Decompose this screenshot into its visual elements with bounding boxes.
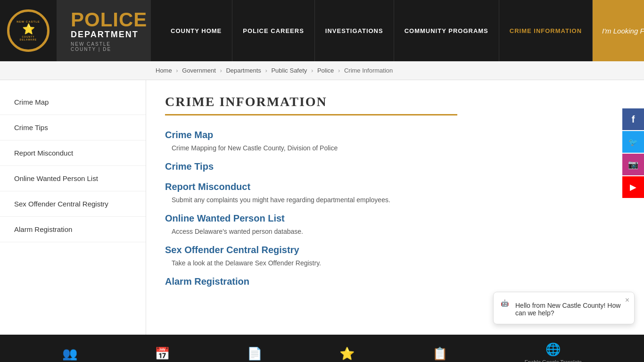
breadcrumb-public-safety[interactable]: Public Safety bbox=[271, 67, 307, 74]
title-underline bbox=[165, 114, 457, 115]
sidebar-item-crime-map[interactable]: Crime Map bbox=[0, 90, 146, 115]
chat-close-button[interactable]: × bbox=[625, 296, 629, 304]
section-link-sex-offender[interactable]: Sex Offender Central Registry bbox=[165, 245, 457, 255]
breadcrumb-sep-2: › bbox=[220, 67, 222, 74]
section-link-report-misconduct[interactable]: Report Misconduct bbox=[165, 181, 457, 192]
footer-report[interactable]: 📋 bbox=[432, 346, 447, 361]
translate-label[interactable]: Enable Google Translate bbox=[525, 359, 582, 362]
star-icon: ⭐ bbox=[339, 346, 355, 361]
sidebar-item-alarm-registration[interactable]: Alarm Registration bbox=[0, 217, 146, 242]
search-area: I'm Looking For... 🔍 bbox=[593, 0, 644, 61]
facebook-button[interactable]: f bbox=[622, 108, 644, 130]
sidebar-item-crime-tips[interactable]: Crime Tips bbox=[0, 115, 146, 140]
twitter-button[interactable]: 🐦 bbox=[622, 131, 644, 153]
nav-police-careers[interactable]: POLICE CAREERS bbox=[232, 0, 315, 61]
footer-bar: 👥 📅 📄 ⭐ 📋 🌐 Enable Google Translate bbox=[0, 335, 644, 362]
youtube-icon: ▶ bbox=[630, 182, 636, 192]
footer-people[interactable]: 👥 bbox=[62, 346, 77, 361]
section-desc-sex-offender: Take a look at the Delaware Sex Offender… bbox=[165, 259, 457, 267]
breadcrumb-departments[interactable]: Departments bbox=[226, 67, 261, 74]
site-header: NEW CASTLE ⭐ COUNTY DELAWARE POLICE DEPA… bbox=[0, 0, 644, 61]
section-link-crime-tips[interactable]: Crime Tips bbox=[165, 161, 457, 172]
section-report-misconduct: Report Misconduct Submit any complaints … bbox=[165, 181, 457, 204]
section-link-online-wanted[interactable]: Online Wanted Person List bbox=[165, 213, 457, 224]
facebook-icon: f bbox=[632, 114, 635, 125]
report-icon: 📋 bbox=[432, 346, 447, 361]
section-alarm-registration: Alarm Registration bbox=[165, 276, 457, 287]
nav-investigations[interactable]: INVESTIGATIONS bbox=[315, 0, 394, 61]
section-desc-online-wanted: Access Delaware's wanted person database… bbox=[165, 228, 457, 235]
section-online-wanted: Online Wanted Person List Access Delawar… bbox=[165, 213, 457, 235]
sidebar-item-online-wanted[interactable]: Online Wanted Person List bbox=[0, 166, 146, 191]
translate-icon: 🌐 bbox=[545, 342, 561, 357]
footer-translate-area[interactable]: 🌐 Enable Google Translate bbox=[525, 342, 582, 362]
instagram-icon: 📷 bbox=[628, 159, 638, 170]
footer-calendar[interactable]: 📅 bbox=[155, 346, 170, 361]
breadcrumb-sep-5: › bbox=[338, 67, 340, 74]
document-icon: 📄 bbox=[247, 346, 262, 361]
nav-items-container: COUNTY HOME POLICE CAREERS INVESTIGATION… bbox=[160, 0, 593, 61]
shield-icon: ⭐ bbox=[22, 23, 35, 35]
brand-police-label: POLICE bbox=[71, 10, 137, 30]
chat-message: Hello from New Castle County! How can we… bbox=[515, 302, 627, 317]
breadcrumb-sep-3: › bbox=[265, 67, 267, 74]
logo-area[interactable]: NEW CASTLE ⭐ COUNTY DELAWARE bbox=[0, 0, 57, 61]
breadcrumb-sep-4: › bbox=[311, 67, 313, 74]
brand-dept-label: DEPARTMENT bbox=[71, 30, 137, 40]
section-desc-crime-map: Crime Mapping for New Castle County, Div… bbox=[165, 144, 457, 152]
section-desc-report-misconduct: Submit any complaints you might have reg… bbox=[165, 196, 457, 204]
breadcrumb-home[interactable]: Home bbox=[156, 67, 172, 74]
logo-inner: NEW CASTLE ⭐ COUNTY DELAWARE bbox=[8, 11, 48, 50]
breadcrumb-police[interactable]: Police bbox=[317, 67, 334, 74]
footer-document[interactable]: 📄 bbox=[247, 346, 262, 361]
footer-star[interactable]: ⭐ bbox=[339, 346, 355, 361]
page-title: CRIME INFORMATION bbox=[165, 94, 457, 109]
social-sidebar: f 🐦 📷 ▶ bbox=[622, 108, 644, 198]
breadcrumb-bar: Home › Government › Departments › Public… bbox=[0, 61, 644, 80]
people-icon: 👥 bbox=[62, 346, 77, 361]
brand-county-label: NEW CASTLE COUNTY | DE bbox=[71, 41, 137, 52]
sidebar: Crime Map Crime Tips Report Misconduct O… bbox=[0, 80, 146, 335]
youtube-button[interactable]: ▶ bbox=[622, 176, 644, 198]
sidebar-item-report-misconduct[interactable]: Report Misconduct bbox=[0, 140, 146, 166]
twitter-icon: 🐦 bbox=[628, 138, 638, 147]
breadcrumb-government[interactable]: Government bbox=[182, 67, 216, 74]
main-nav: COUNTY HOME POLICE CAREERS INVESTIGATION… bbox=[151, 0, 644, 61]
nav-crime-information[interactable]: CRIME INFORMATION bbox=[499, 0, 593, 61]
section-link-alarm-registration[interactable]: Alarm Registration bbox=[165, 276, 457, 287]
nav-county-home[interactable]: COUNTY HOME bbox=[160, 0, 232, 61]
section-link-crime-map[interactable]: Crime Map bbox=[165, 130, 457, 140]
search-placeholder-text: I'm Looking For... bbox=[602, 27, 644, 35]
section-crime-tips: Crime Tips bbox=[165, 161, 457, 172]
calendar-icon: 📅 bbox=[155, 346, 170, 361]
instagram-button[interactable]: 📷 bbox=[622, 154, 644, 175]
chat-bubble: × 🤖 Hello from New Castle County! How ca… bbox=[493, 292, 635, 324]
main-content: CRIME INFORMATION Crime Map Crime Mappin… bbox=[146, 80, 476, 335]
section-crime-map: Crime Map Crime Mapping for New Castle C… bbox=[165, 130, 457, 152]
chat-bot-icon: 🤖 bbox=[501, 299, 509, 307]
nav-community-programs[interactable]: COMMUNITY PROGRAMS bbox=[394, 0, 499, 61]
sidebar-item-sex-offender[interactable]: Sex Offender Central Registry bbox=[0, 191, 146, 217]
section-sex-offender: Sex Offender Central Registry Take a loo… bbox=[165, 245, 457, 267]
breadcrumb-current: Crime Information bbox=[344, 67, 393, 74]
breadcrumb-sep-1: › bbox=[176, 67, 178, 74]
logo-state-text: DELAWARE bbox=[20, 38, 37, 41]
footer: 👥 📅 📄 ⭐ 📋 🌐 Enable Google Translate bbox=[0, 335, 644, 362]
logo-circle: NEW CASTLE ⭐ COUNTY DELAWARE bbox=[7, 9, 50, 52]
brand-area: POLICE DEPARTMENT NEW CASTLE COUNTY | DE bbox=[57, 0, 151, 61]
